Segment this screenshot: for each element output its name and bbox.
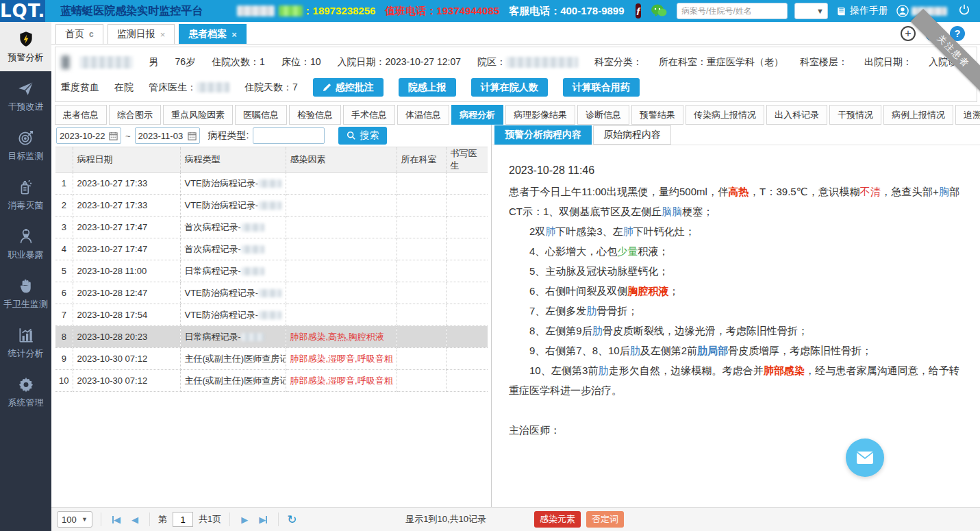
row-factor: 肺部感染,湿啰音,呼吸音粗: [286, 348, 397, 370]
search-button[interactable]: 搜索: [338, 127, 387, 145]
tab-daily-report[interactable]: 监测日报 ×: [108, 24, 175, 44]
sidebar-item-hand-hygiene[interactable]: 手卫生监测: [0, 269, 51, 318]
patient-info-panel: 男 76岁 住院次数：1 床位：10 入院日期：2023-10-27 12:07…: [55, 47, 977, 102]
logout-button[interactable]: [958, 3, 970, 18]
sidebar-item-warning-analysis[interactable]: 预警分析: [0, 22, 51, 71]
tab-infectious-report[interactable]: 传染病上报情况: [686, 105, 764, 125]
row-date: 2023-10-28 12:47: [73, 282, 180, 304]
tab-pathology-imaging[interactable]: 病理影像结果: [505, 105, 575, 125]
row-dept: [397, 238, 446, 260]
tab-intervention-status[interactable]: 干预情况: [829, 105, 881, 125]
infection-element-badge[interactable]: 感染元素: [534, 511, 581, 528]
tab-original-content[interactable]: 原始病程内容: [593, 125, 671, 145]
sidebar-item-statistics[interactable]: 统计分析: [0, 318, 51, 367]
table-row[interactable]: 92023-10-30 07:12主任(或副主任)医师查房记录肺部感染,湿啰音,…: [55, 348, 488, 370]
negative-word-badge[interactable]: 否定词: [586, 511, 624, 528]
col-doctor: 书写医生: [446, 147, 488, 173]
sidebar-item-disinfection[interactable]: 消毒灭菌: [0, 170, 51, 219]
sidebar-item-occupational-exposure[interactable]: 职业暴露: [0, 219, 51, 269]
tab-patient-info[interactable]: 患者信息: [55, 105, 107, 125]
page-number-input[interactable]: [173, 512, 193, 527]
infection-annotate-button[interactable]: 感控批注: [313, 78, 384, 97]
count-inpatients-button[interactable]: 计算在院人数: [471, 78, 548, 97]
table-row[interactable]: 72023-10-28 17:54VTE防治病程记录-: [55, 304, 488, 326]
col-date: 病程日期: [73, 147, 180, 173]
patient-campus-label: 院区：: [477, 56, 506, 67]
tab-surgery-info[interactable]: 手术信息: [343, 105, 395, 125]
close-icon[interactable]: ×: [160, 29, 166, 40]
manual-link[interactable]: 操作手册: [836, 5, 888, 17]
progress-type-input[interactable]: [253, 127, 325, 144]
calendar-icon[interactable]: [188, 132, 197, 140]
flash-icon[interactable]: f: [636, 3, 642, 18]
sidebar-item-label: 系统管理: [8, 397, 44, 409]
next-page-button[interactable]: ▶: [238, 515, 251, 525]
row-factor: 肺部感染,湿啰音,呼吸音粗: [286, 370, 397, 392]
row-factor: [286, 238, 397, 260]
row-no: 7: [55, 304, 73, 326]
col-factor: 感染因素: [286, 147, 397, 173]
tab-patient-archive[interactable]: 患者档案 ×: [179, 24, 247, 44]
row-doctor: [446, 173, 488, 195]
row-date: 2023-10-28 20:23: [73, 326, 180, 348]
col-no: [55, 147, 73, 173]
tab-overview-chart[interactable]: 综合图示: [109, 105, 161, 125]
window-tabbar: 首页 c 监测日报 × 患者档案 × + ? ?: [51, 22, 980, 45]
sidebar-item-label: 干预改进: [8, 101, 44, 113]
table-row[interactable]: 42023-10-27 17:47首次病程记录-: [55, 238, 488, 260]
row-date: 2023-10-27 17:33: [73, 173, 180, 195]
redacted-doctor-suffix: [241, 333, 264, 341]
wechat-icon[interactable]: [651, 3, 667, 18]
patient-search-input[interactable]: [677, 6, 792, 16]
search-label: 搜索: [360, 129, 379, 142]
hospital-infection-report-button[interactable]: 院感上报: [399, 78, 456, 97]
redacted-doctor-suffix: [241, 267, 264, 275]
close-icon[interactable]: ×: [231, 29, 237, 40]
patient-dept-class: 科室分类：: [594, 56, 642, 69]
header-dropdown[interactable]: ▼: [794, 3, 828, 19]
sidebar-item-system-settings[interactable]: 系统管理: [0, 367, 51, 417]
chevron-down-icon: ▼: [81, 516, 88, 523]
prev-page-button[interactable]: ◀: [129, 515, 141, 525]
date-from-input[interactable]: 2023-10-22: [56, 127, 121, 144]
patient-age: 76岁: [175, 56, 196, 69]
tab-risk-factors[interactable]: 重点风险因素: [163, 105, 233, 125]
tab-trace-monitor[interactable]: 追溯监测: [955, 105, 980, 125]
first-page-button[interactable]: ◀: [110, 515, 123, 525]
patient-campus: 院区：: [477, 56, 578, 69]
tab-home[interactable]: 首页 c: [55, 24, 103, 44]
add-icon[interactable]: +: [901, 26, 916, 41]
tab-warning-analysis-content[interactable]: 预警分析病程内容: [494, 125, 592, 145]
table-row[interactable]: 12023-10-27 17:33VTE防治病程记录-: [55, 173, 488, 195]
table-row[interactable]: 22023-10-27 17:33VTE防治病程记录-: [55, 195, 488, 217]
tab-diagnosis-info[interactable]: 诊断信息: [577, 105, 629, 125]
table-row-selected[interactable]: 82023-10-28 20:23日常病程记录-肺部感染,高热,胸腔积液: [55, 326, 488, 348]
tab-case-report-status[interactable]: 病例上报情况: [883, 105, 953, 125]
refresh-icon[interactable]: c: [89, 29, 94, 39]
message-fab-button[interactable]: [846, 439, 884, 477]
tab-lab-info[interactable]: 检验信息: [289, 105, 341, 125]
sidebar-item-intervention[interactable]: 干预改进: [0, 71, 51, 121]
table-row[interactable]: 32023-10-27 17:47首次病程记录-: [55, 217, 488, 238]
tab-orders[interactable]: 医嘱信息: [235, 105, 287, 125]
tab-temperature[interactable]: 体温信息: [397, 105, 449, 125]
tab-progress-analysis[interactable]: 病程分析: [451, 105, 503, 125]
progress-note-body: 2023-10-28 11:46 患者于今日上午11:00出现黑便，量约500m…: [492, 145, 980, 440]
sidebar-item-target-monitor[interactable]: 目标监测: [0, 121, 51, 170]
last-page-button[interactable]: ▶: [256, 515, 270, 525]
table-row[interactable]: 62023-10-28 12:47VTE防治病程记录-: [55, 282, 488, 304]
page-size-select[interactable]: 100 ▼: [57, 511, 92, 528]
date-to-input[interactable]: 2023-11-03: [135, 127, 200, 144]
combined-medication-button[interactable]: 计算联合用药: [563, 78, 640, 97]
row-date: 2023-10-30 07:12: [73, 348, 180, 370]
refresh-icon[interactable]: ↻: [287, 513, 297, 527]
sidebar-item-label: 手卫生监测: [3, 298, 48, 310]
divider: [229, 513, 230, 526]
table-row[interactable]: 102023-10-30 07:12主任(或副主任)医师查房记录肺部感染,湿啰音…: [55, 370, 488, 392]
row-dept: [397, 326, 446, 348]
tab-warning-results[interactable]: 预警结果: [631, 105, 683, 125]
calendar-icon[interactable]: [109, 132, 118, 140]
tab-transfer-records[interactable]: 出入科记录: [766, 105, 827, 125]
row-factor: [286, 304, 397, 326]
table-row[interactable]: 52023-10-28 11:00日常病程记录-: [55, 260, 488, 282]
